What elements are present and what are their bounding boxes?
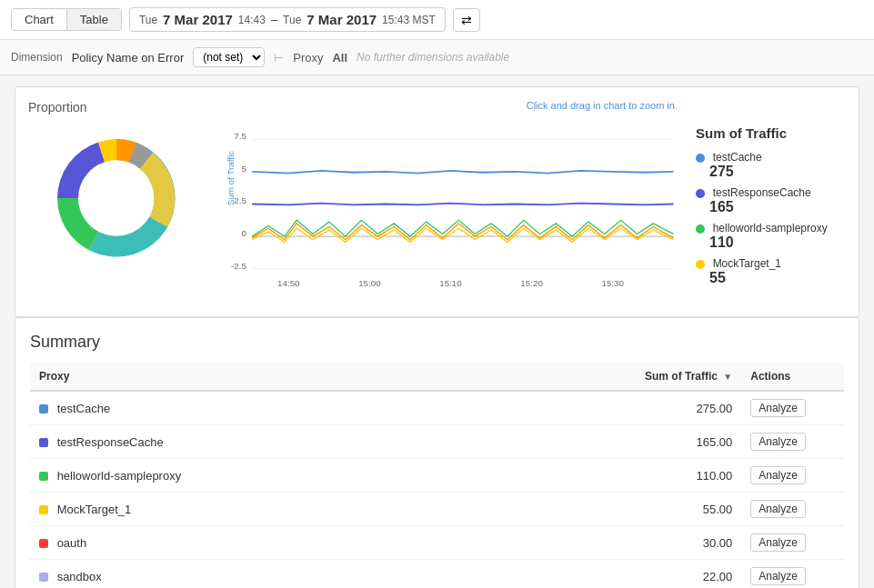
svg-text:7.5: 7.5 (234, 131, 246, 141)
dimension-value: Policy Name on Error (72, 51, 185, 65)
table-row: testResponseCache 165.00 Analyze (30, 425, 844, 459)
analyze-button[interactable]: Analyze (750, 533, 806, 552)
actions-header: Actions (741, 363, 844, 391)
summary-section: Summary Proxy Sum of Traffic ▼ Actions t… (15, 317, 859, 588)
table-row: oauth 30.00 Analyze (30, 526, 844, 560)
legend-item-helloworld: helloworld-sampleproxy 110 (696, 221, 846, 251)
legend-dot-helloworld (696, 224, 705, 234)
proxy-color-dot (39, 539, 48, 548)
actions-cell: Analyze (741, 425, 844, 459)
proxy-color-dot (39, 404, 48, 414)
svg-text:-2.5: -2.5 (231, 261, 246, 271)
svg-text:15:30: 15:30 (601, 278, 624, 288)
line-chart-svg[interactable]: 7.5 5 2.5 0 -2.5 Sum of Traffic 14:50 15… (224, 115, 678, 301)
start-time: 14:43 (238, 14, 266, 26)
refresh-button[interactable]: ⇄ (453, 8, 480, 32)
proxy-cell: MockTarget_1 (30, 493, 487, 526)
legend-value-mocktarget1: 55 (709, 270, 846, 286)
traffic-cell: 22.00 (487, 560, 741, 589)
analyze-button[interactable]: Analyze (750, 399, 806, 417)
table-header-row: Proxy Sum of Traffic ▼ Actions (30, 363, 844, 391)
analyze-button[interactable]: Analyze (750, 500, 806, 518)
legend-value-testcache: 275 (709, 164, 846, 180)
legend-section: Sum of Traffic testCache 275 testRespons… (696, 100, 846, 304)
no-dimensions-text: No further dimensions available (357, 51, 509, 64)
legend-dot-mocktarget1 (696, 260, 705, 269)
proxy-name: testResponseCache (57, 435, 164, 449)
chart-tab[interactable]: Chart (12, 9, 67, 30)
legend-name-testresponsecache: testResponseCache (713, 186, 811, 199)
proportion-title: Proportion (28, 100, 206, 115)
dimension-select[interactable]: (not set) (193, 47, 265, 67)
traffic-cell: 30.00 (487, 526, 741, 560)
actions-cell: Analyze (741, 459, 844, 493)
table-row: helloworld-sampleproxy 110.00 Analyze (30, 459, 844, 493)
legend-name-testcache: testCache (713, 151, 762, 164)
table-row: MockTarget_1 55.00 Analyze (30, 493, 844, 526)
summary-table: Proxy Sum of Traffic ▼ Actions testCache… (30, 363, 844, 588)
svg-text:5: 5 (241, 164, 246, 174)
svg-text:2.5: 2.5 (234, 195, 246, 205)
start-date: 7 Mar 2017 (163, 12, 233, 27)
legend-value-helloworld: 110 (709, 234, 846, 251)
legend-name-mocktarget1: MockTarget_1 (713, 257, 781, 270)
legend-name-helloworld: helloworld-sampleproxy (713, 222, 828, 234)
line-chart-section: Click and drag in chart to zoom in. 7.5 … (224, 100, 678, 304)
summary-title: Summary (30, 333, 844, 352)
proxy-filter[interactable]: Proxy (293, 51, 323, 65)
chart-area: Proportion (28, 100, 846, 304)
filter-separator: ⊢ (274, 51, 284, 65)
legend-dot-testcache (696, 154, 705, 163)
proxy-color-dot (39, 573, 48, 582)
legend-title: Sum of Traffic (696, 125, 846, 141)
svg-text:15:10: 15:10 (439, 278, 462, 288)
proxy-name: sandbox (57, 570, 102, 583)
proportion-section: Proportion (28, 100, 206, 304)
traffic-header[interactable]: Sum of Traffic ▼ (487, 363, 741, 391)
table-row: sandbox 22.00 Analyze (30, 560, 844, 589)
svg-text:15:20: 15:20 (520, 278, 543, 288)
proxy-name: helloworld-sampleproxy (57, 469, 182, 483)
traffic-cell: 165.00 (487, 425, 741, 459)
svg-text:Sum of Traffic: Sum of Traffic (226, 151, 236, 205)
proxy-cell: oauth (30, 526, 487, 560)
traffic-cell: 55.00 (487, 493, 741, 526)
legend-dot-testresponsecache (696, 189, 705, 198)
analyze-button[interactable]: Analyze (750, 433, 806, 451)
legend-value-testresponsecache: 165 (709, 199, 846, 215)
table-tab[interactable]: Table (67, 9, 121, 30)
svg-point-0 (82, 164, 151, 233)
proxy-name: oauth (57, 536, 87, 550)
end-date: 7 Mar 2017 (306, 12, 377, 27)
sort-arrow: ▼ (723, 372, 732, 382)
svg-text:14:50: 14:50 (277, 278, 300, 288)
actions-cell: Analyze (741, 493, 844, 526)
top-bar: Chart Table Tue 7 Mar 2017 14:43 – Tue 7… (0, 0, 874, 40)
view-tabs: Chart Table (11, 8, 122, 31)
donut-chart (42, 124, 192, 274)
actions-cell: Analyze (741, 560, 844, 589)
analyze-button[interactable]: Analyze (750, 567, 806, 585)
proxy-color-dot (39, 472, 48, 481)
proxy-cell: testCache (30, 391, 487, 425)
analyze-button[interactable]: Analyze (750, 466, 806, 484)
proxy-header: Proxy (30, 363, 487, 391)
end-day: Tue (283, 14, 301, 26)
start-day: Tue (139, 14, 157, 26)
traffic-cell: 275.00 (487, 391, 741, 425)
traffic-cell: 110.00 (487, 459, 741, 493)
proxy-color-dot (39, 505, 48, 514)
legend-item-mocktarget1: MockTarget_1 55 (696, 256, 846, 286)
legend-item-testresponsecache: testResponseCache 165 (696, 185, 846, 215)
proxy-name: testCache (57, 402, 111, 415)
all-filter[interactable]: All (332, 51, 347, 65)
proxy-cell: sandbox (30, 560, 487, 589)
proxy-cell: helloworld-sampleproxy (30, 459, 487, 493)
end-time: 15:43 MST (382, 14, 436, 26)
proxy-cell: testResponseCache (30, 425, 487, 459)
table-row: testCache 275.00 Analyze (30, 391, 844, 425)
proxy-color-dot (39, 438, 48, 447)
date-range-picker[interactable]: Tue 7 Mar 2017 14:43 – Tue 7 Mar 2017 15… (129, 7, 446, 32)
actions-cell: Analyze (741, 391, 844, 425)
proxy-name: MockTarget_1 (57, 503, 132, 516)
